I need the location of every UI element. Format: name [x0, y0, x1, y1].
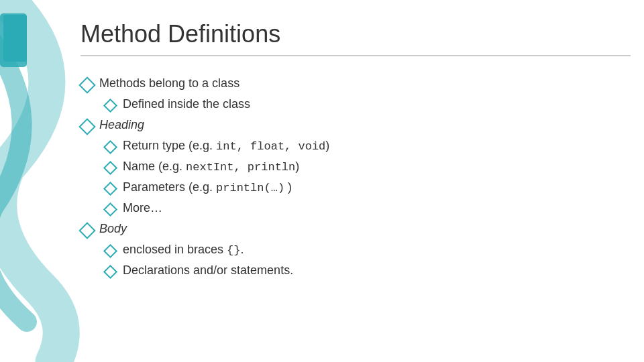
bullet-item-2-4: More… — [80, 201, 631, 215]
bullet-text-2: Heading — [99, 118, 144, 132]
bullet-text-2-1: Return type (e.g. int, float, void) — [123, 139, 329, 153]
slide-content: Method Definitions Methods belong to a c… — [80, 20, 631, 349]
svg-rect-1 — [3, 15, 27, 62]
bullet-text-3-2: Declarations and/or statements. — [123, 263, 293, 278]
diamond-icon-2-4 — [104, 203, 116, 215]
bullet-text-1: Methods belong to a class — [99, 76, 239, 90]
bullet-text-2-2: Name (e.g. nextInt, println) — [123, 160, 299, 174]
diamond-icon-1-1 — [104, 99, 116, 111]
bullet-text-2-4: More… — [123, 201, 162, 215]
bullet-text-3-1: enclosed in braces {}. — [123, 243, 244, 257]
bullet-item-2-2: Name (e.g. nextInt, println) — [80, 160, 631, 174]
bullet-item-2: Heading — [80, 118, 631, 132]
diamond-icon-1 — [80, 78, 93, 90]
bullet-text-2-3: Parameters (e.g. println(…) ) — [123, 180, 292, 194]
bullet-item-1-1: Defined inside the class — [80, 97, 631, 111]
left-decoration — [0, 0, 80, 362]
bullet-item-3-2: Declarations and/or statements. — [80, 263, 631, 278]
diamond-icon-3-1 — [104, 245, 116, 257]
bullet-text-1-1: Defined inside the class — [123, 97, 250, 111]
bullet-item-1: Methods belong to a class — [80, 76, 631, 90]
bullet-list: Methods belong to a class Defined inside… — [80, 76, 631, 278]
bullet-item-2-1: Return type (e.g. int, float, void) — [80, 139, 631, 153]
diamond-icon-2-3 — [104, 182, 116, 194]
slide-title: Method Definitions — [80, 20, 631, 56]
bullet-item-3: Body — [80, 222, 631, 236]
diamond-icon-3-2 — [104, 265, 116, 278]
bullet-item-2-3: Parameters (e.g. println(…) ) — [80, 180, 631, 194]
diamond-icon-2-2 — [104, 162, 116, 174]
diamond-icon-2 — [80, 120, 93, 132]
bullet-item-3-1: enclosed in braces {}. — [80, 243, 631, 257]
diamond-icon-2-1 — [104, 141, 116, 153]
diamond-icon-3 — [80, 224, 93, 236]
bullet-text-3: Body — [99, 222, 127, 236]
